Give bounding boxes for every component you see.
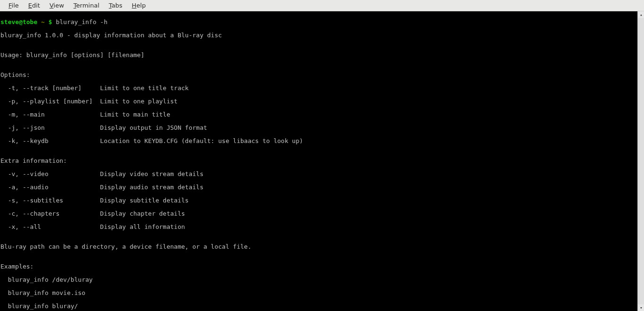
- scroll-down-icon[interactable]: ▾: [638, 304, 644, 311]
- output-line: -k, --keydb Location to KEYDB.CFG (defau…: [0, 138, 637, 144]
- prompt-userhost: steve@tobe: [0, 18, 37, 25]
- output-line: Usage: bluray_info [options] [filename]: [0, 52, 637, 59]
- command-text: bluray_info -h: [56, 18, 107, 25]
- output-line: -x, --all Display all information: [0, 224, 637, 230]
- menu-tabs-label: abs: [112, 2, 123, 9]
- menu-view-label: iew: [54, 2, 64, 9]
- menu-view[interactable]: View: [45, 1, 69, 10]
- menu-tabs[interactable]: Tabs: [104, 1, 127, 10]
- output-line: Options:: [0, 72, 637, 78]
- menu-help[interactable]: Help: [127, 1, 151, 10]
- output-line: bluray_info bluray/: [0, 303, 637, 310]
- scroll-up-icon[interactable]: ▴: [638, 11, 644, 18]
- menu-help-label: elp: [136, 2, 146, 9]
- output-line: -a, --audio Display audio stream details: [0, 184, 637, 191]
- menu-edit[interactable]: Edit: [24, 1, 45, 10]
- output-line: Extra information:: [0, 158, 637, 164]
- output-line: Examples:: [0, 263, 637, 270]
- output-line: -t, --track [number] Limit to one title …: [0, 85, 637, 92]
- output-line: bluray_info 1.0.0 - display information …: [0, 32, 637, 39]
- output-line: Blu-ray path can be a directory, a devic…: [0, 244, 637, 250]
- output-line: -s, --subtitles Display subtitle details: [0, 197, 637, 204]
- output-line: bluray_info movie.iso: [0, 290, 637, 296]
- menu-terminal[interactable]: Terminal: [69, 1, 104, 10]
- output-line: -p, --playlist [number] Limit to one pla…: [0, 98, 637, 105]
- output-line: -m, --main Limit to main title: [0, 111, 637, 118]
- output-line: -v, --video Display video stream details: [0, 171, 637, 177]
- menu-file-label: ile: [12, 2, 19, 9]
- output-line: bluray_info /dev/bluray: [0, 277, 637, 283]
- menu-terminal-label: erminal: [76, 2, 99, 9]
- prompt-line-1: steve@tobe ~ $ bluray_info -h: [0, 19, 637, 25]
- prompt-path: ~: [41, 18, 45, 25]
- terminal-output[interactable]: steve@tobe ~ $ bluray_info -h bluray_inf…: [0, 11, 637, 311]
- vertical-scrollbar[interactable]: ▴ ▾: [637, 11, 644, 311]
- menu-edit-label: dit: [32, 2, 40, 9]
- output-line: -c, --chapters Display chapter details: [0, 210, 637, 217]
- menubar: File Edit View Terminal Tabs Help: [0, 0, 644, 11]
- prompt-dollar: $: [45, 18, 56, 25]
- menu-file[interactable]: File: [4, 1, 24, 10]
- output-line: -j, --json Display output in JSON format: [0, 125, 637, 131]
